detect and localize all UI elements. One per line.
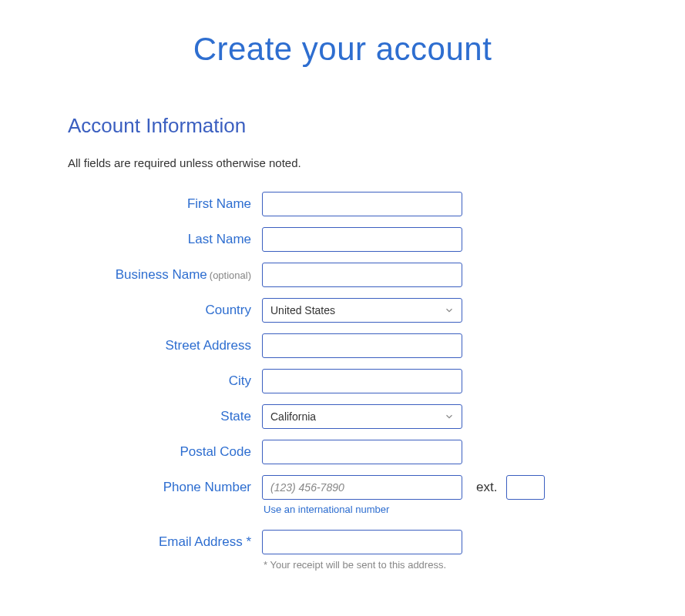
section-title: Account Information [68,114,617,138]
label-optional: (optional) [210,270,251,281]
row-city: City [68,368,617,394]
business-name-input[interactable] [262,263,462,287]
first-name-input[interactable] [262,192,462,216]
label-city: City [68,373,262,389]
row-business-name: Business Name(optional) [68,262,617,288]
row-phone: Phone Number ext. Use an international n… [68,474,617,515]
postal-code-input[interactable] [262,440,462,464]
last-name-input[interactable] [262,227,462,252]
label-street-address: Street Address [68,338,262,353]
phone-ext-input[interactable] [506,475,545,500]
phone-input[interactable] [262,475,462,500]
label-business-name-text: Business Name [116,267,207,282]
row-postal-code: Postal Code [68,439,617,465]
label-first-name: First Name [68,196,262,212]
label-business-name: Business Name(optional) [68,267,262,283]
row-email: Email Address * * Your receipt will be s… [68,529,617,572]
label-phone: Phone Number [68,480,262,495]
label-country: Country [68,303,262,318]
street-address-input[interactable] [262,333,462,358]
city-input[interactable] [262,369,462,393]
row-street-address: Street Address [68,333,617,359]
page-title: Create your account [68,31,617,68]
email-note: * Your receipt will be sent to this addr… [262,558,470,572]
country-select[interactable] [262,298,462,323]
required-note: All fields are required unless otherwise… [68,156,617,169]
row-country: Country [68,297,617,323]
email-input[interactable] [262,530,462,554]
label-state: State [68,409,262,424]
row-state: State [68,403,617,430]
state-select[interactable] [262,404,462,429]
label-postal-code: Postal Code [68,444,262,460]
row-last-name: Last Name [68,226,617,253]
create-account-form: Create your account Account Information … [0,0,685,572]
label-email: Email Address * [68,534,262,550]
use-international-link[interactable]: Use an international number [262,504,617,515]
row-first-name: First Name [68,191,617,217]
label-ext: ext. [476,480,497,495]
label-last-name: Last Name [68,232,262,247]
